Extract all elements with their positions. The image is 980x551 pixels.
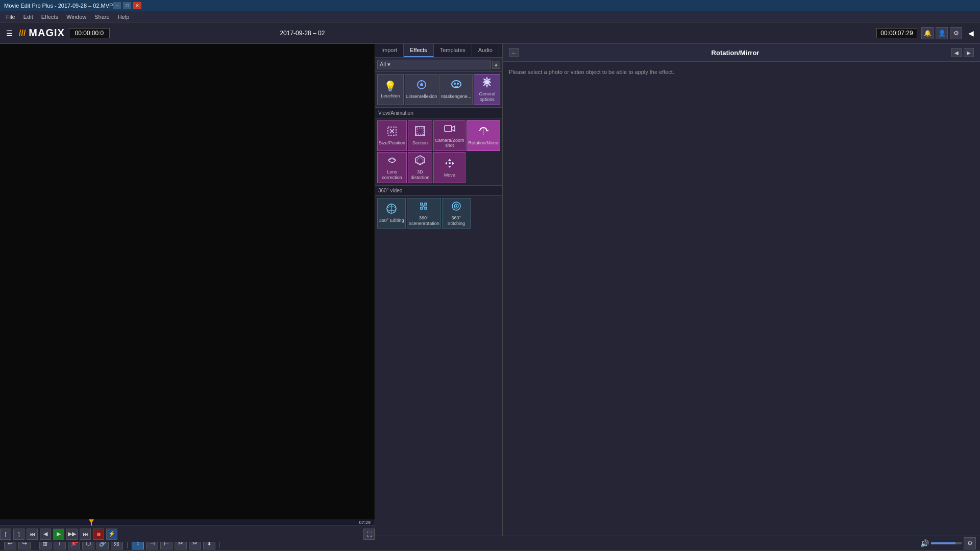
highlight-button[interactable]: ⚡ xyxy=(106,529,117,540)
svg-marker-18 xyxy=(452,162,454,165)
effects-filter-dropdown[interactable]: All ▾ xyxy=(377,60,491,69)
magix-logo: MAGIX xyxy=(29,27,65,39)
title-bar: Movie Edit Pro Plus - 2017-09-28 – 02.MV… xyxy=(0,0,980,11)
maskengene-label: Maskengene... xyxy=(441,94,471,99)
360-scenenrotation-label: 360° Scenenrotation xyxy=(408,215,439,227)
volume-slider[interactable] xyxy=(931,542,962,544)
effect-360-scenenrotation[interactable]: 360° Scenenrotation xyxy=(407,198,441,229)
account-button[interactable]: 👤 xyxy=(936,27,948,39)
tab-import[interactable]: Import xyxy=(375,44,404,57)
size-position-label: Size/Position xyxy=(379,140,405,146)
effects-filter: All ▾ ▲ xyxy=(375,58,502,72)
effect-360-stitching[interactable]: 360° Stitching xyxy=(442,198,471,229)
360-editing-icon xyxy=(386,203,397,217)
svg-marker-13 xyxy=(415,156,425,165)
detail-prev-button[interactable]: ◀ xyxy=(951,48,962,57)
effect-size-position[interactable]: Size/Position xyxy=(377,120,407,152)
menu-bar: File Edit Effects Window Share Help xyxy=(0,11,980,22)
close-button[interactable]: ✕ xyxy=(133,2,141,9)
svg-rect-11 xyxy=(445,126,452,132)
svg-point-6 xyxy=(457,83,459,85)
skip-fwd-button[interactable]: ⏭ xyxy=(80,529,91,540)
effect-leuchten[interactable]: 💡 Leuchten xyxy=(377,74,404,105)
menu-effects[interactable]: Effects xyxy=(37,13,62,21)
preview-controls: [ ] ⏮ ◀ ▶ ▶▶ ⏭ ⏺ ⚡ ⛶ xyxy=(0,525,375,542)
svg-marker-15 xyxy=(448,159,451,161)
hamburger-menu[interactable]: ☰ xyxy=(4,28,15,38)
effect-360-editing[interactable]: 360° Editing xyxy=(377,198,406,229)
timecode-display[interactable]: 00:00:00:0 xyxy=(69,28,110,38)
record-button[interactable]: ⏺ xyxy=(93,529,104,540)
section-view-animation: View/Animation xyxy=(375,108,502,118)
fullscreen-button[interactable]: ⛶ xyxy=(363,529,375,540)
linsenreflexion-icon xyxy=(416,79,427,93)
main-toolbar: ☰ /// MAGIX 00:00:00:0 2017-09-28 – 02 0… xyxy=(0,22,980,44)
move-icon xyxy=(444,158,455,171)
detail-next-button[interactable]: ▶ xyxy=(964,48,974,57)
detail-message: Please select a photo or video object to… xyxy=(509,68,974,77)
svg-marker-16 xyxy=(448,166,451,168)
detail-header: ← Rotation/Mirror ◀ ▶ xyxy=(503,44,980,62)
move-label: Move xyxy=(444,172,455,178)
skip-back-button[interactable]: ⏮ xyxy=(27,529,38,540)
notifications-button[interactable]: 🔔 xyxy=(921,27,934,39)
menu-window[interactable]: Window xyxy=(62,13,90,21)
360-scenenrotation-icon xyxy=(418,201,429,214)
panel-collapse-button[interactable]: ◀ xyxy=(966,28,976,38)
general-options-label: General options xyxy=(475,91,499,103)
mark-out-button[interactable]: ] xyxy=(13,529,24,540)
section-icon xyxy=(414,126,426,139)
properties-button[interactable]: ⚙ xyxy=(964,537,976,549)
effect-rotation-mirror[interactable]: Rotation/Mirror xyxy=(467,120,500,152)
toolbar-right-icons: 🔔 👤 ⚙ xyxy=(921,27,962,39)
lens-correction-icon xyxy=(386,155,398,168)
effect-move[interactable]: Move xyxy=(433,152,466,183)
tab-effects[interactable]: Effects xyxy=(404,44,433,57)
preview-screen xyxy=(0,44,375,519)
3d-distortion-label: 3D distortion xyxy=(409,169,431,181)
menu-share[interactable]: Share xyxy=(90,13,113,21)
rotation-mirror-label: Rotation/Mirror xyxy=(468,140,499,146)
effects-scroll-area[interactable]: View/Animation Size/Position Section xyxy=(375,108,502,536)
volume-area: 🔊 xyxy=(920,539,962,547)
preview-timeline: 07:29 xyxy=(0,519,375,525)
play-button[interactable]: ▶ xyxy=(53,529,64,540)
360-stitching-icon xyxy=(451,201,462,214)
leuchten-icon: 💡 xyxy=(384,80,397,92)
menu-file[interactable]: File xyxy=(2,13,19,21)
svg-point-26 xyxy=(455,205,457,207)
minimize-button[interactable]: – xyxy=(113,2,121,9)
svg-marker-17 xyxy=(445,162,447,165)
svg-point-1 xyxy=(420,83,423,86)
effects-panel: Import Effects Templates Audio All ▾ ▲ 💡… xyxy=(375,44,503,536)
effect-3d-distortion[interactable]: 3D distortion xyxy=(408,152,432,183)
size-position-icon xyxy=(386,126,398,139)
content-area: 07:29 [ ] ⏮ ◀ ▶ ▶▶ ⏭ ⏺ ⚡ ⛶ Import Effect… xyxy=(0,44,980,536)
effect-maskengene[interactable]: Maskengene... xyxy=(439,74,473,105)
effect-general-options[interactable]: General options xyxy=(474,74,500,105)
detail-back-button[interactable]: ← xyxy=(509,48,519,57)
mark-in-button[interactable]: [ xyxy=(0,529,11,540)
menu-help[interactable]: Help xyxy=(114,13,134,21)
filter-up-button[interactable]: ▲ xyxy=(492,61,500,69)
effect-camera-zoom[interactable]: Camera/Zoom shot xyxy=(433,120,466,152)
effect-section[interactable]: Section xyxy=(408,120,432,152)
maskengene-icon xyxy=(451,79,462,93)
menu-edit[interactable]: Edit xyxy=(19,13,37,21)
tab-audio[interactable]: Audio xyxy=(472,44,499,57)
section-360-video: 360° video xyxy=(375,185,502,196)
logo-area: /// MAGIX xyxy=(19,27,65,39)
effect-lens-correction[interactable]: Lens correction xyxy=(377,152,407,183)
tab-templates[interactable]: Templates xyxy=(434,44,472,57)
settings-button[interactable]: ⚙ xyxy=(950,27,962,39)
svg-point-23 xyxy=(423,205,425,207)
chevron-down-icon: ▾ xyxy=(387,61,390,67)
duration-display: 00:00:07:29 xyxy=(876,28,917,38)
effect-linsenreflexion[interactable]: Linsenreflexion xyxy=(405,74,439,105)
next-frame-button[interactable]: ▶▶ xyxy=(66,529,78,540)
maximize-button[interactable]: □ xyxy=(123,2,131,9)
prev-frame-button[interactable]: ◀ xyxy=(40,529,51,540)
volume-fill xyxy=(931,542,955,544)
svg-point-5 xyxy=(454,83,456,85)
general-options-icon xyxy=(481,77,493,90)
